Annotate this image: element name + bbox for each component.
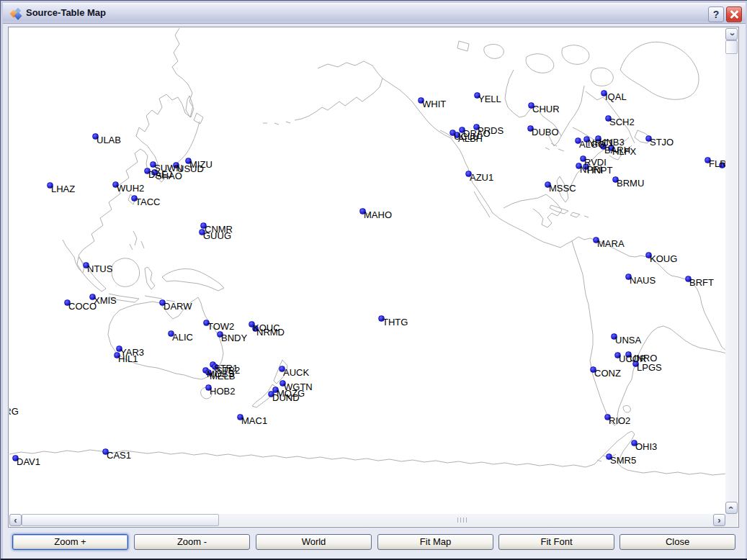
station-label: UNSA: [615, 335, 641, 346]
station-label: THTG: [383, 317, 408, 328]
station-label: WHIT: [422, 99, 446, 109]
scroll-left-button[interactable]: ‹: [9, 514, 22, 526]
station-label: GUUG: [203, 230, 231, 241]
close-map-button[interactable]: Close: [619, 534, 735, 550]
station-label: DAV1: [17, 456, 40, 467]
station-label: DARW: [164, 301, 192, 312]
app-icon: [9, 7, 22, 20]
scroll-up-button[interactable]: ‹: [725, 28, 738, 40]
station-label: NAUS: [630, 275, 656, 286]
station-label: CAS1: [107, 450, 131, 461]
vertical-scrollbar[interactable]: ‹ ‹: [725, 28, 738, 514]
station-label: ULAB: [97, 135, 121, 145]
horizontal-scroll-thumb[interactable]: [22, 514, 219, 526]
station-label: NRMD: [256, 327, 285, 338]
help-button[interactable]: ?: [708, 6, 724, 22]
station-label: MELB: [210, 371, 235, 381]
station-label: TACC: [135, 197, 160, 207]
scroll-down-button[interactable]: ‹: [725, 502, 738, 514]
station-label: BRMU: [617, 178, 644, 189]
station-label: LHAZ: [51, 184, 75, 194]
station-label: KERG: [9, 406, 19, 417]
zoom-in-button[interactable]: Zoom +: [12, 534, 128, 550]
fit-map-button[interactable]: Fit Map: [377, 534, 493, 550]
station-label: BNDY: [221, 333, 247, 343]
button-row: Zoom + Zoom - World Fit Map Fit Font Clo…: [1, 534, 747, 551]
station-label: COCO: [68, 301, 97, 312]
station-label: MAHO: [364, 209, 392, 220]
close-button[interactable]: [726, 6, 742, 22]
station-label: MARA: [597, 238, 625, 249]
station-label: BRFT: [689, 277, 714, 288]
title-bar[interactable]: Source-Table Map ?: [3, 3, 746, 24]
station-label: ALIC: [172, 332, 193, 343]
window-title: Source-Table Map: [26, 7, 106, 18]
station-label: HLFX: [612, 146, 636, 157]
zoom-out-button[interactable]: Zoom -: [134, 534, 250, 550]
station-label: KOUG: [650, 253, 677, 264]
vertical-scroll-thumb[interactable]: [725, 40, 738, 54]
station-label: SHAO: [156, 171, 182, 181]
station-label: MIZU: [189, 159, 213, 170]
station-label: FLR: [709, 158, 725, 169]
station-label: ALBH: [458, 133, 483, 144]
station-label: HIL1: [118, 353, 138, 364]
station-label: AZU1: [470, 172, 493, 183]
station-label: WUH2: [117, 183, 144, 194]
station-label: TOW2: [207, 321, 234, 332]
station-label: CONZ: [594, 368, 621, 379]
station-label: DUND: [272, 392, 300, 403]
scrollbar-corner: [725, 514, 738, 526]
station-label: CHUR: [532, 104, 560, 114]
window: Source-Table Map ?: [0, 0, 747, 560]
station-label: HNPT: [587, 165, 612, 176]
horizontal-scrollbar[interactable]: ‹ ›: [9, 514, 725, 526]
station-label: LPGS: [637, 362, 662, 373]
station-label: RIO2: [609, 415, 630, 426]
station-label: MSSC: [549, 183, 576, 194]
fit-font-button[interactable]: Fit Font: [498, 534, 614, 550]
station-label: IQAL: [605, 91, 627, 102]
scroll-right-icon: ›: [717, 515, 720, 525]
station-label: OHI3: [635, 441, 657, 452]
station-label: SMR5: [610, 455, 636, 466]
map-panel: ULABLHAZWUH2TACCSUWNUSUDDAEJSHAOMIZUCNMR…: [8, 27, 739, 528]
scroll-right-button[interactable]: ›: [713, 514, 725, 526]
scroll-left-icon: ‹: [14, 515, 17, 525]
world-button[interactable]: World: [256, 534, 372, 550]
station-label: AUCK: [283, 367, 309, 378]
help-icon: ?: [713, 9, 720, 20]
station-label: STJO: [650, 137, 674, 148]
station-label: SCH2: [609, 117, 635, 127]
station-label: NTUS: [87, 263, 112, 274]
scrollbar-grip[interactable]: [457, 518, 469, 523]
close-icon: [730, 10, 738, 19]
station-label: MAC1: [241, 415, 267, 426]
station-label: HOB2: [210, 386, 235, 397]
map-canvas[interactable]: ULABLHAZWUH2TACCSUWNUSUDDAEJSHAOMIZUCNMR…: [9, 28, 725, 514]
station-label: XMIS: [94, 295, 117, 306]
station-label: YELL: [478, 94, 501, 104]
scroll-up-icon: ‹: [727, 32, 736, 35]
station-label: DUBO: [532, 127, 559, 137]
scroll-down-icon: ‹: [727, 506, 736, 509]
